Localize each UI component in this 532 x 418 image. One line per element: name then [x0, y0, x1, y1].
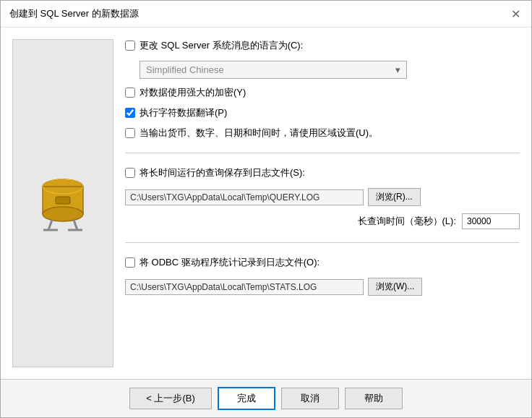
- server-icon: [30, 171, 95, 236]
- dialog-title: 创建到 SQL Server 的新数据源: [9, 7, 139, 20]
- regional-checkbox[interactable]: [125, 128, 135, 138]
- svg-line-4: [48, 220, 52, 230]
- stats-log-row: 将 ODBC 驱动程序统计记录到日志文件(O):: [125, 256, 520, 269]
- svg-rect-8: [56, 197, 70, 204]
- separator-2: [125, 242, 520, 243]
- translate-checkbox[interactable]: [125, 108, 135, 118]
- left-panel: [12, 39, 113, 367]
- help-button[interactable]: 帮助: [345, 388, 403, 409]
- change-language-label[interactable]: 更改 SQL Server 系统消息的语言为(C):: [125, 39, 303, 52]
- browse-query-button[interactable]: 浏览(R)...: [368, 188, 421, 206]
- change-language-row: 更改 SQL Server 系统消息的语言为(C):: [125, 39, 520, 52]
- cancel-button[interactable]: 取消: [281, 388, 339, 409]
- timeout-label: 长查询时间（毫秒）(L):: [358, 215, 457, 228]
- dropdown-arrow-icon: ▾: [395, 64, 400, 75]
- stats-log-label[interactable]: 将 ODBC 驱动程序统计记录到日志文件(O):: [125, 256, 319, 269]
- svg-point-2: [43, 207, 83, 221]
- footer: < 上一步(B) 完成 取消 帮助: [1, 379, 531, 417]
- close-button[interactable]: ✕: [508, 7, 523, 21]
- stats-log-input[interactable]: [125, 279, 364, 295]
- title-bar: 创建到 SQL Server 的新数据源 ✕: [1, 1, 531, 27]
- browse-stats-button[interactable]: 浏览(W)...: [368, 278, 422, 296]
- encrypt-checkbox[interactable]: [125, 88, 135, 98]
- encrypt-label[interactable]: 对数据使用强大的加密(Y): [125, 86, 246, 99]
- server-svg-icon: [30, 171, 95, 236]
- timeout-input[interactable]: [462, 213, 520, 229]
- save-log-label[interactable]: 将长时间运行的查询保存到日志文件(S):: [125, 166, 305, 179]
- change-language-checkbox[interactable]: [125, 40, 135, 51]
- right-panel: 更改 SQL Server 系统消息的语言为(C): Simplified Ch…: [125, 39, 520, 367]
- back-button[interactable]: < 上一步(B): [129, 388, 212, 409]
- query-log-file-row: 浏览(R)...: [125, 188, 520, 206]
- language-dropdown-row: Simplified Chinese ▾: [140, 61, 520, 79]
- stats-log-file-row: 浏览(W)...: [125, 278, 520, 296]
- main-content: 更改 SQL Server 系统消息的语言为(C): Simplified Ch…: [1, 27, 531, 379]
- translate-label[interactable]: 执行字符数据翻译(P): [125, 106, 227, 119]
- svg-line-5: [74, 220, 77, 230]
- language-dropdown[interactable]: Simplified Chinese ▾: [140, 61, 407, 79]
- regional-label[interactable]: 当输出货币、数字、日期和时间时，请使用区域设置(U)。: [125, 127, 378, 140]
- encrypt-row: 对数据使用强大的加密(Y): [125, 86, 520, 99]
- dialog: 创建到 SQL Server 的新数据源 ✕: [0, 0, 532, 418]
- translate-row: 执行字符数据翻译(P): [125, 106, 520, 119]
- save-log-row: 将长时间运行的查询保存到日志文件(S):: [125, 166, 520, 179]
- regional-row: 当输出货币、数字、日期和时间时，请使用区域设置(U)。: [125, 127, 520, 140]
- save-log-checkbox[interactable]: [125, 168, 135, 178]
- separator-1: [125, 153, 520, 153]
- finish-button[interactable]: 完成: [218, 387, 275, 410]
- query-log-input[interactable]: [125, 189, 364, 205]
- timeout-row: 长查询时间（毫秒）(L):: [125, 213, 520, 229]
- language-dropdown-value: Simplified Chinese: [146, 64, 224, 75]
- stats-log-checkbox[interactable]: [125, 257, 135, 268]
